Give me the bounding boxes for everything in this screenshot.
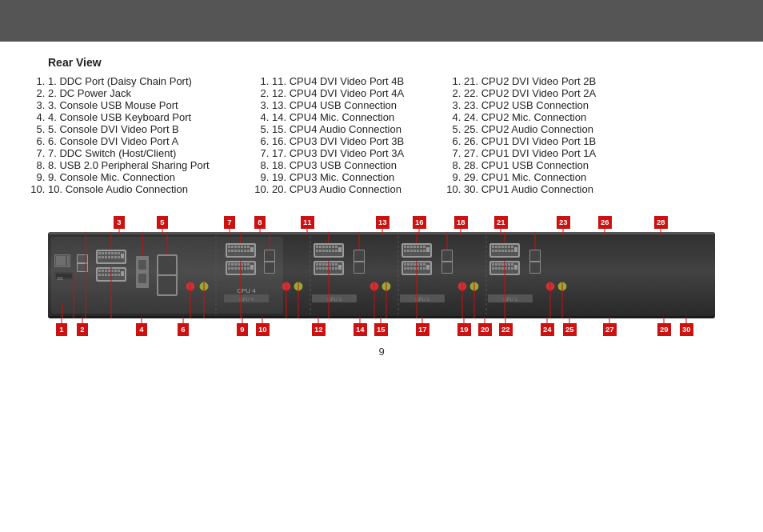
svg-rect-184 bbox=[442, 250, 452, 261]
svg-rect-153 bbox=[410, 246, 413, 248]
svg-rect-38 bbox=[98, 270, 101, 272]
svg-rect-109 bbox=[316, 246, 318, 248]
svg-text:CPU 4: CPU 4 bbox=[239, 297, 254, 302]
svg-rect-34 bbox=[118, 256, 120, 258]
svg-rect-185 bbox=[442, 262, 452, 273]
svg-rect-154 bbox=[413, 246, 416, 248]
svg-rect-211 bbox=[495, 263, 497, 266]
svg-rect-23 bbox=[105, 252, 107, 254]
top-labels: 35781113161821232628 bbox=[48, 210, 715, 232]
svg-rect-174 bbox=[423, 263, 425, 266]
svg-rect-79 bbox=[244, 250, 246, 252]
svg-rect-162 bbox=[417, 250, 419, 252]
callout-label-top-3: 3 bbox=[114, 216, 125, 229]
svg-rect-152 bbox=[407, 246, 409, 248]
list-item: 16. CPU3 DVI Video Port 3B bbox=[272, 135, 464, 147]
svg-rect-77 bbox=[238, 250, 240, 252]
svg-rect-127 bbox=[319, 263, 322, 266]
svg-rect-122 bbox=[335, 250, 338, 252]
svg-rect-100 bbox=[265, 250, 274, 261]
svg-rect-134 bbox=[319, 267, 322, 270]
svg-rect-58 bbox=[158, 276, 176, 294]
callout-label-top-13: 13 bbox=[376, 216, 389, 229]
svg-rect-113 bbox=[329, 246, 331, 248]
svg-rect-39 bbox=[102, 270, 104, 272]
svg-rect-165 bbox=[426, 247, 429, 252]
svg-rect-69 bbox=[234, 246, 237, 248]
svg-rect-176 bbox=[407, 267, 409, 270]
svg-rect-164 bbox=[423, 250, 425, 252]
svg-rect-84 bbox=[228, 263, 230, 266]
svg-rect-178 bbox=[413, 267, 416, 270]
svg-rect-21 bbox=[98, 252, 101, 254]
svg-rect-212 bbox=[498, 263, 501, 266]
svg-rect-158 bbox=[404, 250, 406, 252]
svg-text:CPU 3: CPU 3 bbox=[327, 297, 342, 302]
svg-rect-114 bbox=[332, 246, 334, 248]
svg-text:CPU 1: CPU 1 bbox=[503, 297, 517, 302]
svg-rect-163 bbox=[420, 250, 422, 252]
svg-rect-93 bbox=[234, 267, 237, 270]
callout-label-bottom-22: 22 bbox=[499, 323, 513, 336]
svg-rect-155 bbox=[417, 246, 419, 248]
svg-rect-139 bbox=[335, 267, 338, 270]
svg-rect-73 bbox=[247, 246, 250, 248]
svg-rect-226 bbox=[530, 250, 540, 261]
callout-label-bottom-25: 25 bbox=[563, 323, 577, 336]
device-diagram: 35781113161821232628 bbox=[48, 210, 715, 341]
callout-label-bottom-20: 20 bbox=[478, 323, 492, 336]
svg-rect-216 bbox=[511, 263, 513, 266]
list-item: 12. CPU4 DVI Video Port 4A bbox=[272, 87, 464, 99]
svg-rect-128 bbox=[322, 263, 325, 266]
callout-label-bottom-6: 6 bbox=[178, 323, 189, 336]
svg-rect-70 bbox=[238, 246, 240, 248]
svg-rect-142 bbox=[354, 250, 364, 261]
svg-rect-74 bbox=[228, 250, 230, 252]
svg-rect-47 bbox=[105, 274, 107, 276]
list-item: 3. Console USB Mouse Port bbox=[48, 99, 272, 111]
list-item: 23. CPU2 USB Connection bbox=[464, 99, 656, 111]
list-item: 2. DC Power Jack bbox=[48, 87, 272, 99]
svg-rect-206 bbox=[511, 250, 513, 252]
svg-rect-215 bbox=[508, 263, 510, 266]
svg-rect-80 bbox=[247, 250, 250, 252]
device-svg: DC bbox=[48, 232, 715, 318]
svg-rect-29 bbox=[102, 256, 104, 258]
svg-rect-75 bbox=[231, 250, 234, 252]
list-item: 8. USB 2.0 Peripheral Sharing Port bbox=[48, 159, 272, 171]
list-item: 4. Console USB Keyboard Port bbox=[48, 111, 272, 123]
svg-rect-196 bbox=[501, 246, 504, 248]
list-item: 30. CPU1 Audio Connection bbox=[464, 183, 656, 195]
svg-rect-223 bbox=[511, 267, 513, 270]
svg-rect-129 bbox=[326, 263, 328, 266]
svg-rect-44 bbox=[118, 270, 120, 272]
callout-label-bottom-12: 12 bbox=[312, 323, 326, 336]
svg-rect-202 bbox=[498, 250, 501, 252]
svg-rect-54 bbox=[138, 260, 146, 270]
svg-rect-198 bbox=[508, 246, 510, 248]
svg-rect-156 bbox=[420, 246, 422, 248]
svg-rect-200 bbox=[492, 250, 494, 252]
list-item: 20. CPU3 Audio Connection bbox=[272, 183, 464, 195]
list-item: 25. CPU2 Audio Connection bbox=[464, 123, 656, 135]
svg-rect-175 bbox=[404, 267, 406, 270]
svg-rect-116 bbox=[316, 250, 318, 252]
header-bar bbox=[0, 0, 763, 42]
svg-rect-195 bbox=[498, 246, 501, 248]
svg-text:CPU 2: CPU 2 bbox=[415, 297, 429, 302]
svg-rect-51 bbox=[118, 274, 120, 276]
svg-rect-101 bbox=[265, 262, 274, 273]
callout-label-top-7: 7 bbox=[224, 216, 235, 229]
callout-label-bottom-1: 1 bbox=[56, 323, 67, 336]
list-item: 17. CPU3 DVI Video Port 3A bbox=[272, 147, 464, 159]
svg-rect-151 bbox=[404, 246, 406, 248]
svg-rect-55 bbox=[138, 274, 146, 283]
list-item: 22. CPU2 DVI Video Port 2A bbox=[464, 87, 656, 99]
list-item: 6. Console DVI Video Port A bbox=[48, 135, 272, 147]
callout-label-top-18: 18 bbox=[454, 216, 468, 229]
svg-rect-45 bbox=[98, 274, 101, 276]
svg-rect-57 bbox=[158, 256, 176, 274]
svg-rect-118 bbox=[322, 250, 325, 252]
svg-rect-182 bbox=[426, 265, 429, 270]
svg-rect-111 bbox=[322, 246, 325, 248]
